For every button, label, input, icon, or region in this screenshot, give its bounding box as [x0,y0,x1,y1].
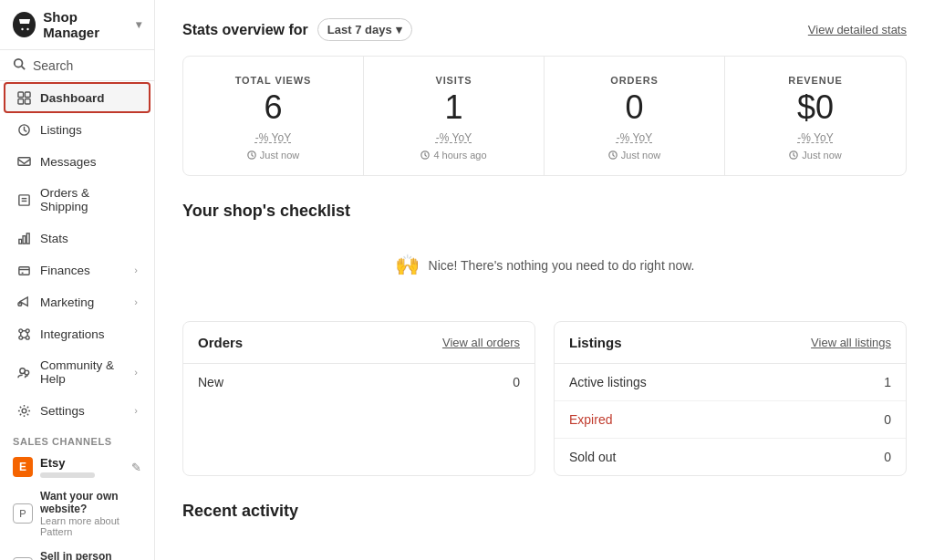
svg-rect-7 [25,99,30,104]
stat-label-revenue: REVENUE [740,75,891,86]
orders-card-title: Orders [198,335,243,350]
etsy-channel[interactable]: E Etsy ✎ [0,451,154,483]
sidebar-item-orders-shipping[interactable]: Orders & Shipping [4,178,150,222]
listings-expired-label: Expired [569,412,612,427]
stats-label: Stats [40,232,68,245]
pattern-channel[interactable]: P Want your own website? Learn more abou… [0,483,154,544]
stat-card-revenue: REVENUE $0 -% YoY Just now [725,57,906,175]
stat-label-orders: ORDERS [559,75,710,86]
svg-point-21 [26,328,29,332]
stats-header: Stats overview for Last 7 days ▾ View de… [182,18,907,41]
pattern-title: Want your own website? [40,490,141,515]
sidebar-item-stats[interactable]: Stats [4,223,150,254]
community-label: Community & Help [40,358,125,386]
dashboard-label: Dashboard [40,91,105,105]
svg-rect-15 [26,233,29,243]
square-channel[interactable]: S Sell in person Find out how with Squar… [0,544,154,560]
svg-point-29 [24,370,28,375]
settings-label: Settings [40,404,85,418]
stat-card-orders: ORDERS 0 -% YoY Just now [545,57,725,175]
sidebar-item-integrations[interactable]: Integrations [4,318,150,349]
stat-label-views: TOTAL VIEWS [198,75,348,86]
svg-point-23 [26,336,29,339]
period-label: Last 7 days [327,23,392,36]
sales-channels-heading: SALES CHANNELS [0,427,154,451]
view-all-orders-link[interactable]: View all orders [442,336,520,349]
listings-row-active: Active listings 1 [555,364,906,401]
pattern-icon: P [13,503,33,524]
etsy-badge: E [13,457,33,477]
orders-row-new: New 0 [183,364,534,400]
svg-rect-5 [25,91,30,97]
stat-time-orders: Just now [559,150,710,161]
messages-label: Messages [40,155,97,169]
orders-icon [16,192,31,207]
stat-card-visits: VISITS 1 -% YoY 4 hours ago [364,57,545,175]
sidebar: Shop Manager ▾ Search Dashboard [0,0,155,560]
square-text: Sell in person Find out how with Square [40,550,141,560]
listings-card-header: Listings View all listings [555,322,906,364]
svg-rect-16 [18,266,28,274]
svg-point-0 [21,28,23,30]
settings-icon [16,403,31,418]
sidebar-item-settings[interactable]: Settings › [4,395,150,426]
listings-row-soldout: Sold out 0 [555,439,906,475]
stats-title-row: Stats overview for Last 7 days ▾ [182,18,412,41]
svg-rect-10 [18,194,28,204]
sidebar-item-finances[interactable]: Finances › [4,254,150,285]
etsy-name: Etsy [40,456,124,470]
settings-chevron: › [134,405,138,416]
orders-listings-grid: Orders View all orders New 0 Listings Vi… [182,321,907,476]
stat-yoy-orders: -% YoY [559,131,710,144]
view-all-listings-link[interactable]: View all listings [811,336,891,349]
listings-icon [16,122,31,137]
finances-chevron: › [134,264,138,275]
messages-icon [16,154,31,169]
recent-activity-empty: You have no recent activity [182,535,907,560]
square-title: Sell in person [40,550,141,560]
sidebar-item-messages[interactable]: Messages [4,146,150,177]
shop-icon [13,12,36,37]
recent-activity-title: Recent activity [182,502,907,521]
etsy-name-block: Etsy [40,456,124,478]
stat-value-views: 6 [198,91,348,124]
search-icon [13,57,26,73]
shop-manager-title: Shop Manager [43,9,129,40]
sidebar-item-listings[interactable]: Listings [4,114,150,145]
listings-card: Listings View all listings Active listin… [554,321,907,476]
finances-label: Finances [40,264,90,277]
stats-overview-label: Stats overview for [182,22,308,38]
svg-rect-6 [17,99,23,104]
main-content: Stats overview for Last 7 days ▾ View de… [155,0,934,560]
stat-value-visits: 1 [379,91,529,124]
community-icon [16,365,31,379]
sidebar-item-marketing[interactable]: Marketing › [4,286,150,317]
checklist-empty-text: Nice! There's nothing you need to do rig… [429,258,695,273]
stat-time-views: Just now [198,150,348,161]
integrations-label: Integrations [40,327,105,341]
checklist-section: Your shop's checklist 🙌 Nice! There's no… [182,202,907,296]
recent-activity-section: Recent activity You have no recent activ… [182,502,907,560]
sidebar-item-community-help[interactable]: Community & Help › [4,350,150,394]
sidebar-item-dashboard[interactable]: Dashboard [4,82,150,113]
search-label: Search [33,58,73,73]
svg-point-20 [18,328,22,332]
edit-icon[interactable]: ✎ [131,461,141,474]
hands-icon: 🙌 [395,254,420,277]
listings-soldout-value: 0 [884,450,891,464]
stat-card-views: TOTAL VIEWS 6 -% YoY Just now [183,57,364,175]
dashboard-icon [16,90,31,105]
listings-label: Listings [40,123,82,137]
stat-label-visits: VISITS [379,75,529,86]
sidebar-nav: Dashboard Listings Messages [0,81,154,427]
orders-card-header: Orders View all orders [183,322,534,364]
checklist-empty: 🙌 Nice! There's nothing you need to do r… [182,235,907,296]
shop-manager-header[interactable]: Shop Manager ▾ [0,0,154,50]
etsy-sub-bar [40,472,95,478]
period-selector[interactable]: Last 7 days ▾ [317,18,412,41]
listings-active-value: 1 [884,375,891,389]
orders-label: Orders & Shipping [40,186,138,213]
search-item[interactable]: Search [0,50,154,81]
svg-line-3 [22,67,26,70]
view-detailed-link[interactable]: View detailed stats [808,23,907,36]
